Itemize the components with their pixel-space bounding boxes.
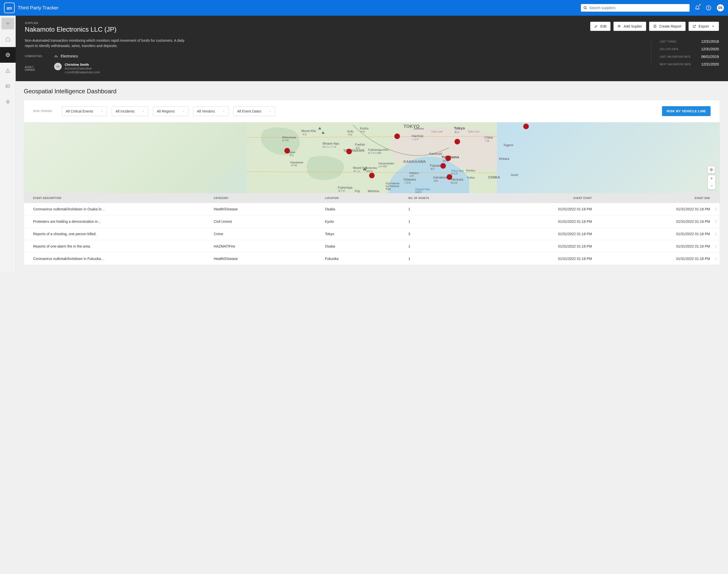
th-location[interactable]: LOCATION	[323, 193, 406, 203]
table-row[interactable]: Coronavirus outbreak/lockdown in Osaka l…	[24, 203, 720, 215]
last-tuned-value: 12/31/2018	[701, 39, 719, 43]
supplier-title: Nakamoto Electronics LLC (JP)	[25, 26, 590, 33]
svg-point-12	[7, 85, 7, 86]
event-pin[interactable]	[394, 133, 400, 139]
search-input[interactable]	[589, 6, 687, 10]
sidebar-add[interactable]	[2, 18, 14, 29]
table-row[interactable]: Protesters are holding a demonstration i…	[24, 215, 720, 228]
svg-text:御殿場: 御殿場	[366, 170, 373, 172]
row-menu-button[interactable]: ⋮	[712, 203, 720, 215]
row-menu-button[interactable]: ⋮	[712, 228, 720, 240]
cell-location: Osaka	[323, 203, 406, 215]
map-label: Gotemba	[366, 166, 377, 169]
edit-button[interactable]: Edit	[590, 22, 610, 31]
svg-text:富士河口湖町: 富士河口湖町	[368, 152, 382, 154]
map-label: Tokyo	[454, 126, 465, 130]
map-label: Fujinomiya	[338, 186, 352, 190]
supplier-eyebrow: SUPPLIER	[25, 22, 590, 25]
row-menu-button[interactable]: ⋮	[712, 215, 720, 228]
cell-end: 01/31/2022 01:18 PM	[594, 215, 712, 228]
svg-point-16	[7, 101, 8, 102]
cell-category: Civil Unrest	[212, 215, 323, 228]
svg-line-1	[586, 8, 587, 9]
dashboard-card: NOW VIEWING All Critical EventsAll Incid…	[24, 100, 720, 265]
plus-icon	[5, 21, 11, 26]
user-avatar[interactable]: DS	[717, 4, 724, 11]
svg-text:東京: 東京	[455, 131, 460, 133]
map-label: KANAGAWA	[403, 159, 426, 164]
cell-category: Health/Disease	[212, 253, 323, 265]
th-assets[interactable]: NO. OF ASSETS	[406, 193, 476, 203]
cell-category: Crime	[212, 228, 323, 240]
filter-dropdown-2[interactable]: All Regions	[153, 107, 188, 116]
risk-by-vehicle-button[interactable]: RISK BY VEHICLE LINE	[662, 106, 711, 116]
table-row[interactable]: Reports of a shooting, one person killed…	[24, 228, 720, 240]
svg-text:Chuo Line: Chuo Line	[431, 130, 443, 133]
filter-dropdown-4[interactable]: All Event Dates	[233, 107, 275, 116]
map-locate-button[interactable]	[708, 166, 715, 173]
map-label: Mobara	[499, 157, 509, 161]
event-pin[interactable]	[284, 148, 290, 154]
cell-description: Coronavirus outbreak/lockdown in Fukuoka…	[24, 253, 212, 265]
map-label: Togane	[503, 144, 513, 147]
event-pin[interactable]	[346, 149, 352, 154]
top-bar: gm Third Party Tracker DS	[0, 0, 728, 16]
logo: gm	[4, 3, 15, 13]
map-zoom-in[interactable]: +	[708, 175, 715, 182]
map-zoom-out[interactable]: −	[708, 182, 715, 190]
map-label: Hase	[289, 151, 296, 154]
row-menu-button[interactable]: ⋮	[712, 240, 720, 253]
sidebar-components[interactable]	[0, 78, 16, 94]
sidebar-settings[interactable]	[0, 94, 16, 110]
svg-rect-11	[6, 85, 10, 88]
sidebar-home[interactable]	[0, 31, 16, 47]
svg-text:八王子: 八王子	[412, 138, 419, 140]
notifications-button[interactable]	[695, 5, 700, 11]
owner-name: Christine Smith	[65, 63, 100, 67]
export-button[interactable]: Export	[689, 22, 719, 31]
filter-dropdown-3[interactable]: All Vendors	[193, 107, 229, 116]
sidebar-alerts[interactable]	[0, 63, 16, 78]
chevron-down-icon	[269, 110, 271, 113]
filter-label: All Incidents	[116, 109, 134, 113]
cell-location: Fukuoka	[323, 253, 406, 265]
event-pin[interactable]	[523, 124, 529, 129]
filter-dropdown-0[interactable]: All Critical Events	[62, 107, 107, 116]
map[interactable]: TOKYO Tokyo 東京 Yokohama 横浜 KANAGAWA Fuji…	[24, 122, 720, 193]
event-pin[interactable]	[447, 174, 452, 180]
warning-icon	[5, 68, 10, 73]
table-row[interactable]: Coronavirus outbreak/lockdown in Fukuoka…	[24, 253, 720, 265]
th-category[interactable]: CATEGORY	[212, 193, 323, 203]
create-report-button[interactable]: Create Report	[649, 22, 686, 31]
add-user-icon	[617, 25, 621, 28]
add-supplier-button[interactable]: Add Suplier	[613, 22, 646, 31]
th-description[interactable]: EVENT DESCRIPTION	[24, 193, 212, 203]
svg-text:南アルプス市: 南アルプス市	[323, 146, 336, 148]
svg-text:東京湾: 東京湾	[451, 172, 458, 175]
chip-icon	[54, 54, 58, 58]
crosshair-icon	[709, 168, 713, 172]
event-pin[interactable]	[445, 156, 451, 161]
help-icon[interactable]	[706, 5, 711, 11]
svg-point-17	[618, 25, 619, 26]
svg-text:松川町: 松川町	[282, 139, 289, 141]
map-label: Fujikawaguchiko	[368, 148, 388, 151]
sidebar-globe[interactable]	[0, 47, 16, 63]
svg-text:Futtsu: Futtsu	[467, 176, 475, 179]
th-start[interactable]: EVENT START	[476, 193, 594, 203]
export-label: Export	[699, 24, 709, 28]
th-end[interactable]: EVENT END	[594, 193, 712, 203]
map-label: Kamakura	[433, 176, 447, 179]
cell-end: 01/31/2022 01:18 PM	[594, 253, 712, 265]
search-box[interactable]	[581, 4, 690, 12]
event-pin[interactable]	[369, 173, 375, 178]
table-row[interactable]: Reports of one-alarm fire in the area.HA…	[24, 240, 720, 253]
event-pin[interactable]	[455, 139, 460, 145]
svg-point-13	[7, 86, 7, 87]
event-pin[interactable]	[440, 163, 446, 169]
last-val-label: LAST VALIDATION DATE	[660, 55, 691, 58]
commodities-label: COMODITIES	[25, 55, 40, 58]
row-menu-button[interactable]: ⋮	[712, 253, 720, 265]
chevron-down-icon	[182, 110, 185, 113]
filter-dropdown-1[interactable]: All Incidents	[112, 107, 148, 116]
